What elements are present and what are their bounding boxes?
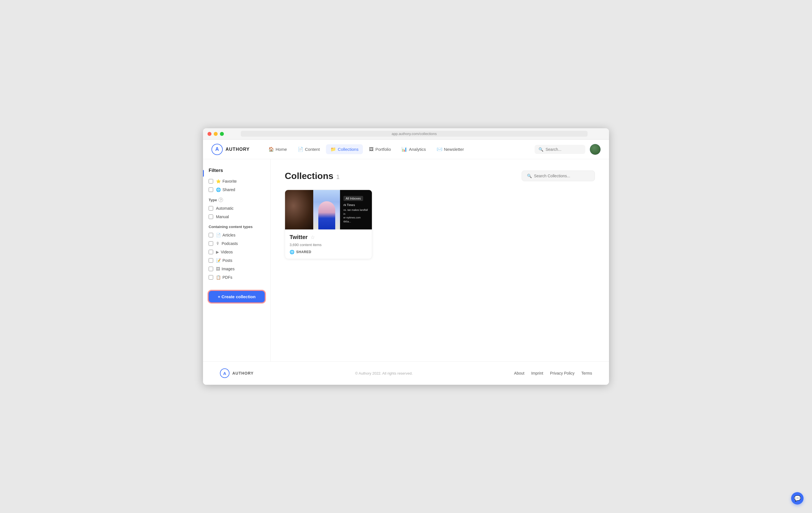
filter-manual: Manual xyxy=(209,214,265,219)
manual-label: Manual xyxy=(216,214,229,219)
nav-content[interactable]: 📄 Content xyxy=(293,144,324,154)
podcasts-icon: 🎙 xyxy=(216,241,220,246)
nav-portfolio[interactable]: 🖼 Portfolio xyxy=(365,145,395,154)
nav-newsletter[interactable]: ✉️ Newsletter xyxy=(432,144,469,154)
navbar: A AUTHORY 🏠 Home 📄 Content 📁 Collections… xyxy=(203,140,609,159)
collections-icon: 📁 xyxy=(330,147,336,152)
help-icon: ? xyxy=(219,198,223,202)
automatic-label: Automatic xyxy=(216,206,233,211)
footer-logo: A AUTHORY xyxy=(220,368,254,378)
content-area: Collections 1 🔍 xyxy=(271,159,609,361)
content-types-section-label: Containing content types xyxy=(209,225,265,229)
filter-favorite: ⭐ Favorite xyxy=(209,179,265,183)
nav-collections[interactable]: 📁 Collections xyxy=(326,144,363,154)
footer-logo-text: AUTHORY xyxy=(232,371,254,375)
titlebar: app.authory.com/collections xyxy=(203,128,609,140)
shared-checkbox[interactable] xyxy=(209,187,213,192)
globe-icon: 🌐 xyxy=(216,187,221,192)
shared-label: 🌐 Shared xyxy=(216,187,235,192)
nav-search-icon: 🔍 xyxy=(539,147,543,152)
close-button[interactable] xyxy=(207,132,211,136)
pdfs-checkbox[interactable] xyxy=(209,275,213,280)
filter-pdfs: 📋 PDFs xyxy=(209,275,265,280)
videos-checkbox[interactable] xyxy=(209,250,213,254)
collections-count: 1 xyxy=(336,173,340,181)
content-header: Collections 1 🔍 xyxy=(285,171,595,181)
nav-search-box[interactable]: 🔍 xyxy=(534,145,585,154)
chat-icon: 💬 xyxy=(794,495,801,502)
articles-icon: 📄 xyxy=(216,233,221,237)
posts-icon: 📝 xyxy=(216,258,221,263)
collection-card-twitter[interactable]: All Inboxes rk Times vs. Ian makes landf… xyxy=(285,190,372,259)
card-count: 3,690 content items xyxy=(290,243,367,247)
favorite-star-icon[interactable]: ☆ xyxy=(311,234,315,240)
filters-title: Filters xyxy=(209,168,265,173)
page-title: Collections xyxy=(285,171,333,181)
content-title: Collections 1 xyxy=(285,171,340,181)
footer-privacy[interactable]: Privacy Policy xyxy=(550,371,575,375)
nav-home[interactable]: 🏠 Home xyxy=(264,144,292,154)
videos-icon: ▶ xyxy=(216,250,219,254)
nav-portfolio-label: Portfolio xyxy=(375,147,391,152)
filter-podcasts: 🎙 Podcasts xyxy=(209,241,265,246)
url-bar[interactable]: app.authory.com/collections xyxy=(241,131,587,137)
footer: A AUTHORY © Authory 2022. All rights res… xyxy=(203,361,609,385)
news-headline: rk Times vs. Ian makes landfall iner nyt… xyxy=(343,203,369,223)
sidebar: Filters ⭐ Favorite 🌐 Shared Type ? xyxy=(203,159,271,361)
logo-text: AUTHORY xyxy=(226,147,250,152)
footer-copyright: © Authory 2022. All rights reserved. xyxy=(355,371,413,375)
favorite-checkbox[interactable] xyxy=(209,179,213,183)
podcasts-checkbox[interactable] xyxy=(209,241,213,246)
card-title: Twitter xyxy=(290,234,308,240)
analytics-icon: 📊 xyxy=(402,147,407,152)
footer-terms[interactable]: Terms xyxy=(581,371,592,375)
card-title-row: Twitter ☆ xyxy=(290,234,367,240)
posts-label: 📝 Posts xyxy=(216,258,232,263)
all-inboxes-badge: All Inboxes xyxy=(343,196,363,201)
filter-posts: 📝 Posts xyxy=(209,258,265,263)
star-icon: ⭐ xyxy=(216,179,221,183)
collections-search-box[interactable]: 🔍 xyxy=(522,171,595,181)
manual-checkbox[interactable] xyxy=(209,214,213,219)
automatic-checkbox[interactable] xyxy=(209,206,213,211)
nav-home-label: Home xyxy=(276,147,287,152)
footer-links: About Imprint Privacy Policy Terms xyxy=(514,371,592,375)
images-icon: 🖼 xyxy=(216,267,220,271)
filter-videos: ▶ Videos xyxy=(209,250,265,254)
app-window: app.authory.com/collections A AUTHORY 🏠 … xyxy=(203,128,609,385)
create-collection-button[interactable]: + Create collection xyxy=(209,291,265,302)
nav-analytics[interactable]: 📊 Analytics xyxy=(397,144,430,154)
search-icon: 🔍 xyxy=(527,174,532,178)
maximize-button[interactable] xyxy=(220,132,224,136)
nav-newsletter-label: Newsletter xyxy=(444,147,464,152)
footer-logo-icon: A xyxy=(220,368,230,378)
card-image-3: All Inboxes rk Times vs. Ian makes landf… xyxy=(340,190,372,230)
chat-button[interactable]: 💬 xyxy=(791,492,804,505)
main-layout: Filters ⭐ Favorite 🌐 Shared Type ? xyxy=(203,159,609,361)
articles-label: 📄 Articles xyxy=(216,233,235,237)
nav-content-label: Content xyxy=(305,147,320,152)
card-image-1-inner xyxy=(285,190,313,230)
images-label: 🖼 Images xyxy=(216,267,235,271)
filter-articles: 📄 Articles xyxy=(209,233,265,237)
images-checkbox[interactable] xyxy=(209,267,213,271)
card-image-1 xyxy=(285,190,313,230)
footer-about[interactable]: About xyxy=(514,371,524,375)
logo[interactable]: A AUTHORY xyxy=(211,144,250,155)
portfolio-icon: 🖼 xyxy=(369,147,374,152)
collections-search-input[interactable] xyxy=(534,174,589,178)
nav-collections-label: Collections xyxy=(338,147,358,152)
footer-imprint[interactable]: Imprint xyxy=(531,371,543,375)
posts-checkbox[interactable] xyxy=(209,258,213,263)
filter-shared: 🌐 Shared xyxy=(209,187,265,192)
user-avatar[interactable] xyxy=(590,144,601,155)
podcasts-label: 🎙 Podcasts xyxy=(216,241,238,246)
collections-grid: All Inboxes rk Times vs. Ian makes landf… xyxy=(285,190,595,259)
articles-checkbox[interactable] xyxy=(209,233,213,237)
sidebar-indicator xyxy=(203,170,204,177)
nav-search-input[interactable] xyxy=(546,147,581,152)
filter-automatic: Automatic xyxy=(209,206,265,211)
card-image-2 xyxy=(313,190,340,230)
anime-figure xyxy=(318,201,335,230)
minimize-button[interactable] xyxy=(214,132,218,136)
